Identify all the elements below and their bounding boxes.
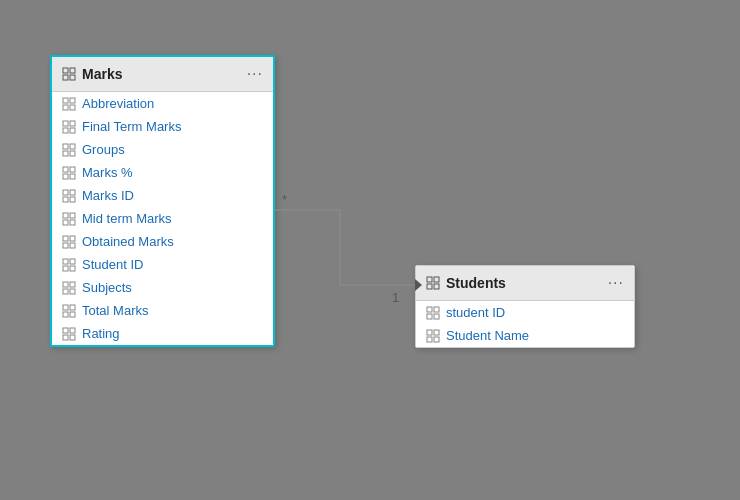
svg-rect-38 bbox=[63, 289, 68, 294]
field-label: Subjects bbox=[82, 280, 132, 295]
svg-rect-2 bbox=[63, 75, 68, 80]
field-grid-icon bbox=[62, 189, 76, 203]
table-row[interactable]: Student ID bbox=[52, 253, 273, 276]
svg-rect-8 bbox=[63, 121, 68, 126]
field-grid-icon bbox=[426, 306, 440, 320]
students-table[interactable]: Students ··· student ID bbox=[415, 265, 635, 348]
field-label: Student ID bbox=[82, 257, 143, 272]
students-table-title: Students bbox=[446, 275, 506, 291]
svg-rect-42 bbox=[63, 312, 68, 317]
svg-rect-1 bbox=[70, 68, 75, 73]
field-grid-icon bbox=[426, 329, 440, 343]
field-label: Marks % bbox=[82, 165, 133, 180]
svg-rect-40 bbox=[63, 305, 68, 310]
field-label: Abbreviation bbox=[82, 96, 154, 111]
svg-rect-52 bbox=[427, 307, 432, 312]
svg-rect-51 bbox=[434, 284, 439, 289]
svg-rect-54 bbox=[427, 314, 432, 319]
field-grid-icon bbox=[62, 143, 76, 157]
svg-rect-16 bbox=[63, 167, 68, 172]
svg-rect-46 bbox=[63, 335, 68, 340]
table-row[interactable]: Marks ID bbox=[52, 184, 273, 207]
svg-rect-44 bbox=[63, 328, 68, 333]
field-label: student ID bbox=[446, 305, 505, 320]
marks-table-body: Abbreviation Final Term Marks bbox=[52, 92, 273, 345]
svg-rect-53 bbox=[434, 307, 439, 312]
svg-rect-22 bbox=[63, 197, 68, 202]
field-grid-icon bbox=[62, 258, 76, 272]
svg-rect-50 bbox=[427, 284, 432, 289]
field-label: Final Term Marks bbox=[82, 119, 181, 134]
svg-rect-20 bbox=[63, 190, 68, 195]
svg-rect-12 bbox=[63, 144, 68, 149]
svg-rect-3 bbox=[70, 75, 75, 80]
table-row[interactable]: student ID bbox=[416, 301, 634, 324]
svg-rect-5 bbox=[70, 98, 75, 103]
svg-rect-29 bbox=[70, 236, 75, 241]
svg-text:*: * bbox=[282, 192, 287, 207]
field-label: Mid term Marks bbox=[82, 211, 172, 226]
svg-rect-24 bbox=[63, 213, 68, 218]
svg-rect-37 bbox=[70, 282, 75, 287]
field-grid-icon bbox=[62, 212, 76, 226]
svg-rect-6 bbox=[63, 105, 68, 110]
students-more-button[interactable]: ··· bbox=[608, 274, 624, 292]
svg-rect-48 bbox=[427, 277, 432, 282]
field-label: Rating bbox=[82, 326, 120, 341]
svg-rect-0 bbox=[63, 68, 68, 73]
field-grid-icon bbox=[62, 281, 76, 295]
svg-rect-21 bbox=[70, 190, 75, 195]
svg-rect-19 bbox=[70, 174, 75, 179]
table-row[interactable]: Final Term Marks bbox=[52, 115, 273, 138]
svg-rect-25 bbox=[70, 213, 75, 218]
svg-rect-18 bbox=[63, 174, 68, 179]
marks-table-header: Marks ··· bbox=[52, 57, 273, 92]
svg-rect-58 bbox=[427, 337, 432, 342]
students-table-header: Students ··· bbox=[416, 266, 634, 301]
students-grid-icon bbox=[426, 276, 440, 290]
marks-more-button[interactable]: ··· bbox=[247, 65, 263, 83]
svg-rect-43 bbox=[70, 312, 75, 317]
svg-rect-11 bbox=[70, 128, 75, 133]
svg-rect-30 bbox=[63, 243, 68, 248]
table-row[interactable]: Abbreviation bbox=[52, 92, 273, 115]
svg-rect-59 bbox=[434, 337, 439, 342]
svg-rect-57 bbox=[434, 330, 439, 335]
svg-rect-56 bbox=[427, 330, 432, 335]
svg-rect-14 bbox=[63, 151, 68, 156]
table-row[interactable]: Groups bbox=[52, 138, 273, 161]
svg-rect-10 bbox=[63, 128, 68, 133]
svg-rect-13 bbox=[70, 144, 75, 149]
field-grid-icon bbox=[62, 235, 76, 249]
field-label: Obtained Marks bbox=[82, 234, 174, 249]
table-row[interactable]: Total Marks bbox=[52, 299, 273, 322]
marks-table-title: Marks bbox=[82, 66, 122, 82]
marks-table[interactable]: Marks ··· Abbreviation bbox=[50, 55, 275, 347]
svg-rect-55 bbox=[434, 314, 439, 319]
svg-rect-27 bbox=[70, 220, 75, 225]
svg-rect-15 bbox=[70, 151, 75, 156]
field-grid-icon bbox=[62, 166, 76, 180]
svg-rect-35 bbox=[70, 266, 75, 271]
table-row[interactable]: Rating bbox=[52, 322, 273, 345]
svg-rect-39 bbox=[70, 289, 75, 294]
table-row[interactable]: Mid term Marks bbox=[52, 207, 273, 230]
table-row[interactable]: Obtained Marks bbox=[52, 230, 273, 253]
field-grid-icon bbox=[62, 120, 76, 134]
table-row[interactable]: Marks % bbox=[52, 161, 273, 184]
svg-rect-45 bbox=[70, 328, 75, 333]
table-row[interactable]: Student Name bbox=[416, 324, 634, 347]
field-label: Student Name bbox=[446, 328, 529, 343]
svg-rect-4 bbox=[63, 98, 68, 103]
field-label: Marks ID bbox=[82, 188, 134, 203]
svg-rect-34 bbox=[63, 266, 68, 271]
svg-rect-47 bbox=[70, 335, 75, 340]
field-label: Total Marks bbox=[82, 303, 148, 318]
field-grid-icon bbox=[62, 304, 76, 318]
svg-rect-31 bbox=[70, 243, 75, 248]
svg-rect-9 bbox=[70, 121, 75, 126]
table-row[interactable]: Subjects bbox=[52, 276, 273, 299]
svg-rect-33 bbox=[70, 259, 75, 264]
svg-rect-32 bbox=[63, 259, 68, 264]
svg-rect-36 bbox=[63, 282, 68, 287]
